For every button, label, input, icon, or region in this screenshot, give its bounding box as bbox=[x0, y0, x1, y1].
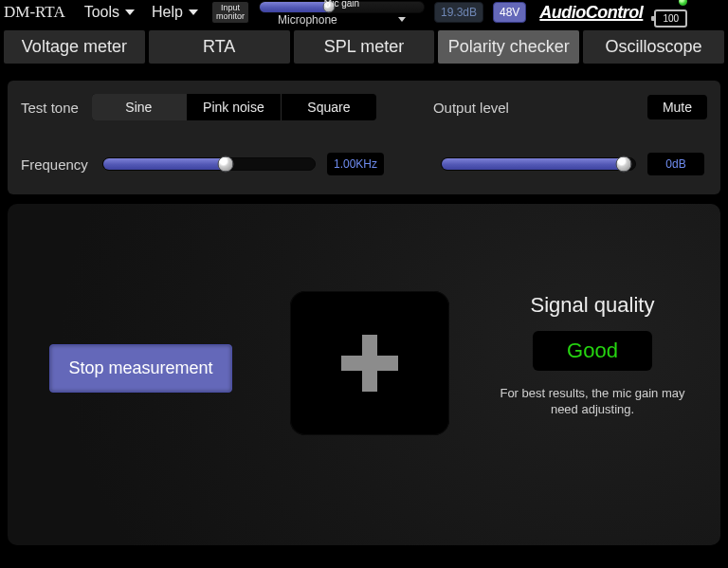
frequency-readout: 1.00KHz bbox=[327, 153, 384, 175]
signal-quality-title: Signal quality bbox=[493, 293, 692, 318]
menu-tools[interactable]: Tools bbox=[81, 2, 138, 23]
plus-icon bbox=[341, 335, 398, 392]
test-tone-label: Test tone bbox=[21, 100, 79, 116]
chevron-down-icon bbox=[398, 17, 406, 22]
status-dot-icon bbox=[679, 0, 687, 6]
menu-bar: DM-RTA Tools Help Input monitor Mic gain… bbox=[0, 0, 728, 25]
polarity-display bbox=[290, 291, 449, 435]
battery-pct: 100 bbox=[664, 13, 680, 24]
mic-gain-slider[interactable]: Mic gain bbox=[259, 1, 425, 13]
slider-fill bbox=[103, 158, 226, 170]
signal-quality-value: Good bbox=[533, 331, 652, 371]
input-source-select[interactable]: Microphone bbox=[259, 13, 425, 27]
slider-fill bbox=[442, 158, 624, 170]
app-name: DM-RTA bbox=[4, 3, 65, 22]
test-tone-selector: Sine Pink noise Square bbox=[92, 94, 376, 120]
phantom-power-toggle[interactable]: 48V bbox=[493, 2, 526, 23]
mic-gain-control: Mic gain Microphone bbox=[259, 0, 425, 27]
tab-rta[interactable]: RTA bbox=[149, 30, 290, 64]
chevron-down-icon bbox=[125, 9, 135, 15]
controls-panel: Test tone Sine Pink noise Square Output … bbox=[8, 81, 720, 194]
frequency-slider[interactable] bbox=[102, 157, 316, 171]
signal-quality-hint: For best results, the mic gain may need … bbox=[493, 386, 692, 418]
tab-oscilloscope[interactable]: Oscilloscope bbox=[583, 30, 724, 64]
input-monitor-label: Input monitor bbox=[216, 3, 245, 21]
status-cluster: 100 bbox=[654, 0, 690, 27]
result-panel: Stop measurement Signal quality Good For… bbox=[8, 204, 720, 545]
tone-sine[interactable]: Sine bbox=[92, 94, 187, 120]
tone-square[interactable]: Square bbox=[282, 94, 376, 120]
stop-measurement-button[interactable]: Stop measurement bbox=[49, 344, 232, 393]
mute-button[interactable]: Mute bbox=[647, 95, 707, 119]
level-readout: 19.3dB bbox=[434, 2, 483, 23]
input-monitor-button[interactable]: Input monitor bbox=[211, 1, 249, 24]
controls-row-1: Test tone Sine Pink noise Square Output … bbox=[21, 94, 707, 120]
tool-tabs: Voltage meter RTA SPL meter Polarity che… bbox=[0, 30, 728, 64]
menu-tools-label: Tools bbox=[84, 4, 119, 21]
controls-row-2: Frequency 1.00KHz 0dB bbox=[21, 153, 707, 175]
battery-indicator: 100 bbox=[654, 9, 687, 27]
output-level-slider[interactable] bbox=[441, 157, 636, 171]
output-level-readout: 0dB bbox=[647, 153, 704, 175]
slider-thumb[interactable] bbox=[615, 156, 631, 173]
output-level-label: Output level bbox=[433, 100, 509, 116]
mic-gain-fill bbox=[260, 2, 329, 12]
tab-spl-meter[interactable]: SPL meter bbox=[294, 30, 435, 64]
menu-help-label: Help bbox=[152, 4, 183, 21]
menu-help[interactable]: Help bbox=[148, 2, 202, 23]
input-source-label: Microphone bbox=[278, 13, 337, 27]
chevron-down-icon bbox=[189, 9, 198, 15]
slider-thumb[interactable] bbox=[322, 1, 335, 13]
tab-polarity-checker[interactable]: Polarity checker bbox=[438, 30, 579, 64]
frequency-label: Frequency bbox=[21, 156, 91, 173]
signal-quality-box: Signal quality Good For best results, th… bbox=[493, 293, 692, 418]
slider-thumb[interactable] bbox=[218, 156, 234, 173]
brand-logo: AudioControl bbox=[539, 3, 643, 23]
tone-pink[interactable]: Pink noise bbox=[187, 94, 282, 120]
tab-voltage-meter[interactable]: Voltage meter bbox=[4, 30, 145, 64]
